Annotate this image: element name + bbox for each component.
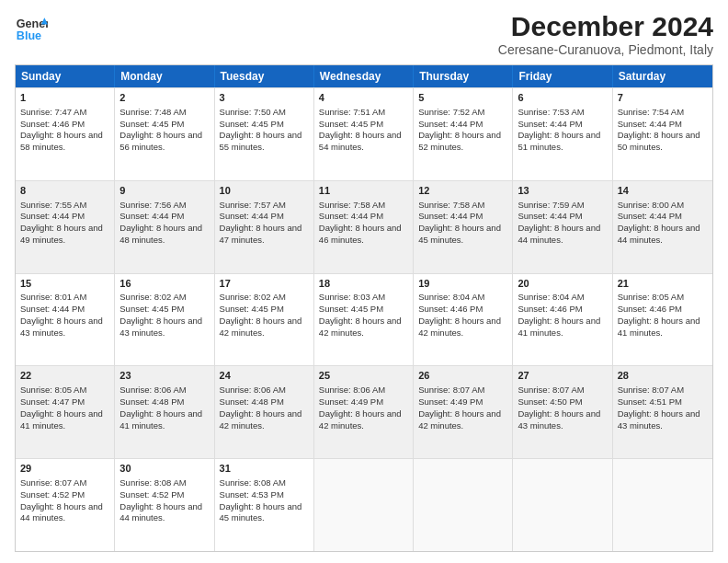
empty-4 <box>613 459 712 551</box>
header-wednesday: Wednesday <box>314 65 414 87</box>
day-31: 31Sunrise: 8:08 AMSunset: 4:53 PMDayligh… <box>215 459 314 551</box>
day-6: 6Sunrise: 7:53 AMSunset: 4:44 PMDaylight… <box>513 88 612 180</box>
day-14: 14Sunrise: 8:00 AMSunset: 4:44 PMDayligh… <box>613 181 712 273</box>
day-25: 25Sunrise: 8:06 AMSunset: 4:49 PMDayligh… <box>314 366 414 458</box>
week-3: 15Sunrise: 8:01 AMSunset: 4:44 PMDayligh… <box>16 273 712 366</box>
day-23: 23Sunrise: 8:06 AMSunset: 4:48 PMDayligh… <box>115 366 214 458</box>
day-26: 26Sunrise: 8:07 AMSunset: 4:49 PMDayligh… <box>414 366 513 458</box>
day-10: 10Sunrise: 7:57 AMSunset: 4:44 PMDayligh… <box>215 181 314 273</box>
svg-text:Blue: Blue <box>17 29 41 42</box>
header-monday: Monday <box>115 65 214 87</box>
day-15: 15Sunrise: 8:01 AMSunset: 4:44 PMDayligh… <box>16 274 115 366</box>
day-2: 2Sunrise: 7:48 AMSunset: 4:45 PMDaylight… <box>115 88 214 180</box>
header-sunday: Sunday <box>16 65 115 87</box>
day-19: 19Sunrise: 8:04 AMSunset: 4:46 PMDayligh… <box>414 274 513 366</box>
header: General Blue December 2024 Ceresane-Cura… <box>15 11 713 57</box>
day-9: 9Sunrise: 7:56 AMSunset: 4:44 PMDaylight… <box>115 181 214 273</box>
calendar-header: Sunday Monday Tuesday Wednesday Thursday… <box>16 65 712 87</box>
calendar: Sunday Monday Tuesday Wednesday Thursday… <box>15 64 713 552</box>
header-thursday: Thursday <box>414 65 513 87</box>
day-27: 27Sunrise: 8:07 AMSunset: 4:50 PMDayligh… <box>513 366 612 458</box>
day-30: 30Sunrise: 8:08 AMSunset: 4:52 PMDayligh… <box>115 459 214 551</box>
day-11: 11Sunrise: 7:58 AMSunset: 4:44 PMDayligh… <box>314 181 414 273</box>
day-17: 17Sunrise: 8:02 AMSunset: 4:45 PMDayligh… <box>215 274 314 366</box>
week-2: 8Sunrise: 7:55 AMSunset: 4:44 PMDaylight… <box>16 180 712 273</box>
header-saturday: Saturday <box>613 65 712 87</box>
header-friday: Friday <box>513 65 612 87</box>
calendar-body: 1Sunrise: 7:47 AMSunset: 4:46 PMDaylight… <box>16 87 712 551</box>
day-7: 7Sunrise: 7:54 AMSunset: 4:44 PMDaylight… <box>613 88 712 180</box>
day-22: 22Sunrise: 8:05 AMSunset: 4:47 PMDayligh… <box>16 366 115 458</box>
logo: General Blue <box>15 11 48 44</box>
title-block: December 2024 Ceresane-Curanuova, Piedmo… <box>498 11 713 57</box>
day-3: 3Sunrise: 7:50 AMSunset: 4:45 PMDaylight… <box>215 88 314 180</box>
day-21: 21Sunrise: 8:05 AMSunset: 4:46 PMDayligh… <box>613 274 712 366</box>
day-24: 24Sunrise: 8:06 AMSunset: 4:48 PMDayligh… <box>215 366 314 458</box>
day-18: 18Sunrise: 8:03 AMSunset: 4:45 PMDayligh… <box>314 274 414 366</box>
day-8: 8Sunrise: 7:55 AMSunset: 4:44 PMDaylight… <box>16 181 115 273</box>
main-title: December 2024 <box>498 11 713 42</box>
empty-1 <box>314 459 414 551</box>
day-1: 1Sunrise: 7:47 AMSunset: 4:46 PMDaylight… <box>16 88 115 180</box>
week-4: 22Sunrise: 8:05 AMSunset: 4:47 PMDayligh… <box>16 365 712 458</box>
day-5: 5Sunrise: 7:52 AMSunset: 4:44 PMDaylight… <box>414 88 513 180</box>
empty-2 <box>414 459 513 551</box>
day-28: 28Sunrise: 8:07 AMSunset: 4:51 PMDayligh… <box>613 366 712 458</box>
empty-3 <box>513 459 612 551</box>
day-4: 4Sunrise: 7:51 AMSunset: 4:45 PMDaylight… <box>314 88 414 180</box>
page: General Blue December 2024 Ceresane-Cura… <box>0 0 728 563</box>
day-29: 29Sunrise: 8:07 AMSunset: 4:52 PMDayligh… <box>16 459 115 551</box>
header-tuesday: Tuesday <box>215 65 314 87</box>
day-13: 13Sunrise: 7:59 AMSunset: 4:44 PMDayligh… <box>513 181 612 273</box>
week-1: 1Sunrise: 7:47 AMSunset: 4:46 PMDaylight… <box>16 87 712 180</box>
week-5: 29Sunrise: 8:07 AMSunset: 4:52 PMDayligh… <box>16 458 712 551</box>
logo-icon: General Blue <box>15 11 48 44</box>
day-20: 20Sunrise: 8:04 AMSunset: 4:46 PMDayligh… <box>513 274 612 366</box>
subtitle: Ceresane-Curanuova, Piedmont, Italy <box>498 42 713 57</box>
day-16: 16Sunrise: 8:02 AMSunset: 4:45 PMDayligh… <box>115 274 214 366</box>
day-12: 12Sunrise: 7:58 AMSunset: 4:44 PMDayligh… <box>414 181 513 273</box>
